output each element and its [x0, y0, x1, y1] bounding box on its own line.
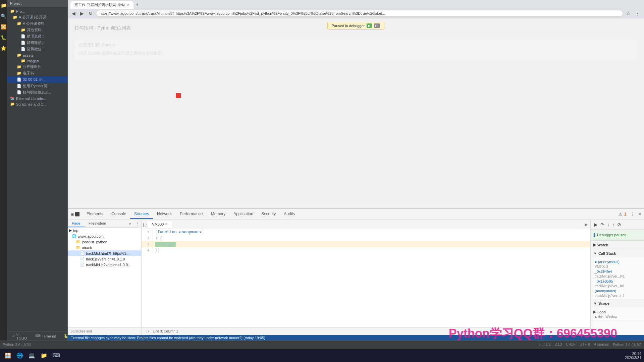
debug-icon[interactable]: 🐛	[0, 34, 8, 42]
browser-content: 拉勾招聘 - Python职位列表 正在使用的 Cookie UCT Cooki…	[68, 18, 644, 335]
date-display: 2020/3/31	[625, 356, 641, 360]
reload-button[interactable]: ↻	[87, 10, 94, 17]
tree-item[interactable]: 📄助理老师.t	[7, 33, 67, 40]
deactivate-btn[interactable]: ⊘	[616, 221, 622, 228]
step-into-btn[interactable]: ↓	[606, 221, 610, 228]
watch-label: Watch	[597, 243, 608, 247]
call-stack-header[interactable]: ▼ Call Stack	[591, 249, 644, 257]
tree-item[interactable]: 📁电子书	[7, 70, 67, 76]
devtools-layout-toggle[interactable]: ⬛	[75, 212, 80, 217]
resume-debugger-btn[interactable]: ▶	[593, 221, 598, 228]
line-number: 4	[142, 247, 152, 253]
call-stack-func: (anonymous)	[595, 289, 616, 293]
step-over-btn[interactable]: ↷	[600, 221, 605, 228]
favorites-icon[interactable]: ⭐	[0, 44, 8, 52]
devtools-tab-audits[interactable]: Audits	[280, 209, 299, 219]
url-bar[interactable]	[96, 10, 623, 17]
tree-item[interactable]: 📁公开课课件	[7, 64, 67, 70]
skip-button[interactable]: ⏭	[374, 23, 380, 28]
tree-item[interactable]: 📚External Librarie...	[7, 96, 67, 101]
taskbar-chrome-icon[interactable]: 🌐	[15, 351, 25, 361]
devtools-panel-toggle[interactable]: ▣	[70, 212, 74, 217]
call-stack-item[interactable]: _0x1e0505	[591, 278, 644, 284]
tree-item[interactable]: 📁其他资料	[7, 27, 67, 33]
close-browser-tab-icon[interactable]: ✕	[127, 3, 129, 7]
call-stack-section: ▼ Call Stack ● (anonymous)VM300:3_0x394f…	[591, 249, 644, 299]
project-icon[interactable]: 📁	[0, 1, 8, 9]
page-tab[interactable]: Page	[68, 220, 85, 227]
line-content[interactable]: (function anonymous(	[152, 229, 590, 235]
call-stack-item[interactable]: ● (anonymous)	[591, 259, 644, 265]
back-button[interactable]: ◀	[70, 10, 77, 17]
line-col-info: Line 3, Column 1	[153, 329, 178, 333]
tree-item[interactable]: 📄使用 Python 爬...	[7, 83, 67, 89]
sources-tree-item[interactable]: 📁jobs/list_python	[68, 239, 141, 245]
tree-icon: 📄	[17, 84, 21, 88]
tree-item[interactable]: 📄拉勾职位信息.c...	[7, 89, 67, 96]
browser-chrome: ◀ ▶ ↻ ☆ ⋮	[68, 9, 644, 18]
tree-label: 使用 Python 爬...	[23, 83, 51, 88]
taskbar-ide-icon[interactable]: 💻	[27, 351, 37, 361]
local-scope-header[interactable]: ▶ Local	[593, 310, 641, 314]
call-stack-item[interactable]: (anonymous)	[591, 288, 644, 294]
start-button[interactable]: 🪟	[3, 351, 13, 361]
local-scope-item[interactable]: ▶ Local	[591, 309, 644, 315]
browser-tab-active[interactable]: 找工作-互联网招聘求职网-拉勾 ✕	[70, 1, 133, 9]
format-btn[interactable]: { }	[146, 329, 149, 333]
resume-button[interactable]: ▶	[367, 23, 372, 28]
sources-tree-item[interactable]: 📄trackMid.html?f=https%3...	[68, 250, 141, 256]
sources-tree-item[interactable]: 📁utrack	[68, 245, 141, 250]
call-stack-item[interactable]: _0x394fe4	[591, 268, 644, 275]
local-chevron: ▶	[593, 310, 596, 314]
format-source-btn[interactable]: { }	[142, 222, 148, 227]
sources-tree-item[interactable]: 📄trackMid.js?version=1.0.0...	[68, 262, 141, 267]
step-out-btn[interactable]: ↑	[611, 221, 615, 228]
tree-item[interactable]: 📁Pro...	[7, 8, 67, 14]
tree-icon: 📄	[21, 41, 25, 45]
devtools-tab-console[interactable]: Console	[107, 209, 130, 219]
forward-button[interactable]: ▶	[79, 10, 85, 17]
editor-tab-actions[interactable]: ▶	[582, 222, 590, 227]
devtools-tab-elements[interactable]: Elements	[83, 209, 107, 219]
ide-bottom-tab[interactable]: ⌨Terminal	[32, 333, 59, 339]
sources-tree-item[interactable]: 📄track.js?version=1.0.1.0	[68, 256, 141, 262]
tree-item[interactable]: 📁A 公开课资料	[7, 20, 67, 27]
tree-item[interactable]: 📄02-00-01-正...	[7, 76, 67, 83]
taskbar-terminal-icon[interactable]: ⌨	[51, 351, 61, 361]
line-content[interactable]: ) {	[152, 235, 590, 241]
more-sources-tabs[interactable]: »	[127, 220, 133, 227]
devtools-tab-memory[interactable]: Memory	[207, 209, 229, 219]
filesystem-tab[interactable]: Filesystem	[85, 220, 110, 227]
search-icon[interactable]: 🔍	[0, 12, 8, 20]
vm300-tab[interactable]: VM300 ✕	[148, 221, 172, 228]
devtools-tab-network[interactable]: Network	[153, 209, 176, 219]
code-line: 3debugger	[142, 241, 590, 247]
devtools-tab-application[interactable]: Application	[229, 209, 257, 219]
sources-menu[interactable]: ⋮	[133, 220, 141, 227]
line-content[interactable]: })	[152, 247, 590, 253]
taskbar-explorer-icon[interactable]: 📁	[39, 351, 49, 361]
devtools-tab-security[interactable]: Security	[257, 209, 280, 219]
sources-tree-item[interactable]: ▶top	[68, 228, 141, 233]
watch-header[interactable]: ▶ Watch	[591, 241, 644, 249]
tree-item[interactable]: 📁assets	[7, 52, 67, 58]
ide-bottom-tab[interactable]: ✓6: TODO	[9, 331, 31, 341]
tree-item[interactable]: 📁images	[7, 58, 67, 64]
line-content[interactable]: debugger	[152, 241, 590, 247]
tree-item[interactable]: 📄清风微信.j	[7, 46, 67, 52]
menu-button[interactable]: ⋮	[634, 10, 641, 17]
git-icon[interactable]: 🔀	[0, 23, 8, 31]
tree-label: assets	[23, 53, 34, 57]
scope-header[interactable]: ▼ Scope	[591, 299, 644, 307]
bookmark-button[interactable]: ☆	[625, 10, 632, 17]
devtools-tab-sources[interactable]: Sources	[130, 209, 153, 219]
website-background: 拉勾招聘 - Python职位列表 正在使用的 Cookie UCT Cooki…	[68, 18, 644, 208]
devtools-tab-performance[interactable]: Performance	[176, 209, 207, 219]
tree-item[interactable]: 📁A 公开课 [公开课]	[7, 14, 67, 20]
tree-item[interactable]: 📄婧琪微信.j	[7, 40, 67, 46]
tree-item[interactable]: 📁Scratches and C...	[7, 101, 67, 107]
new-tab-button[interactable]: +	[134, 0, 140, 9]
close-vm300-tab-icon[interactable]: ✕	[165, 222, 168, 226]
scope-section: ▼ Scope ▶ Local	[591, 299, 644, 320]
sources-tree-item[interactable]: 🌐www.lagou.com	[68, 233, 141, 239]
